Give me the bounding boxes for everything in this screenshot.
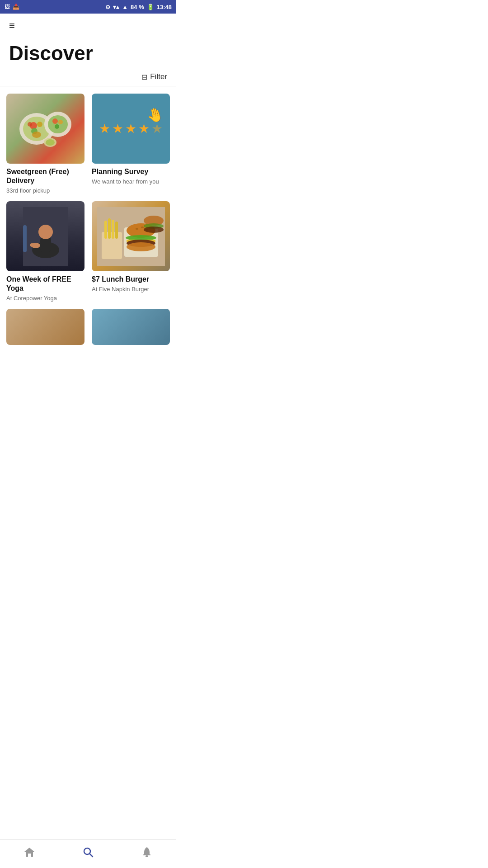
survey-image: ★ ★ ★ ★ ★ 🤚 bbox=[92, 94, 170, 164]
card-subtitle-yoga: At Corepower Yoga bbox=[6, 295, 84, 302]
filter-button[interactable]: ⊟ Filter bbox=[141, 72, 167, 81]
star-1: ★ bbox=[99, 121, 110, 136]
page-title: Discover bbox=[9, 42, 167, 64]
page-title-section: Discover bbox=[0, 34, 176, 69]
svg-point-38 bbox=[144, 226, 164, 233]
menu-icon[interactable]: ≡ bbox=[9, 20, 15, 32]
filter-icon: ⊟ bbox=[141, 73, 147, 81]
svg-rect-23 bbox=[104, 221, 107, 239]
network-icon: ▲ bbox=[122, 4, 128, 10]
card-image-survey: ★ ★ ★ ★ ★ 🤚 bbox=[92, 94, 170, 164]
partial-row bbox=[0, 309, 176, 381]
card-title-burger: $7 Lunch Burger bbox=[92, 275, 170, 284]
salad-image bbox=[6, 94, 84, 164]
svg-rect-25 bbox=[112, 220, 114, 239]
minus-icon: ⊖ bbox=[105, 4, 110, 10]
burger-image bbox=[92, 201, 170, 271]
status-left: 🖼 📥 bbox=[5, 4, 19, 10]
card-image-burger bbox=[92, 201, 170, 271]
card-burger[interactable]: $7 Lunch Burger At Five Napkin Burger bbox=[92, 201, 170, 302]
battery-icon: 🔋 bbox=[147, 4, 154, 10]
svg-point-29 bbox=[136, 228, 138, 230]
svg-point-11 bbox=[55, 124, 59, 129]
svg-point-30 bbox=[141, 226, 144, 228]
header: ≡ bbox=[0, 14, 176, 34]
star-3: ★ bbox=[125, 121, 136, 136]
svg-point-5 bbox=[28, 122, 32, 127]
card-subtitle-survey: We want to hear from you bbox=[92, 178, 170, 185]
star-2: ★ bbox=[112, 121, 123, 136]
yoga-image bbox=[6, 201, 84, 271]
card-image-sweetgreen bbox=[6, 94, 84, 164]
svg-point-9 bbox=[52, 118, 58, 124]
svg-point-17 bbox=[38, 225, 53, 239]
wifi-icon: ▾▴ bbox=[113, 4, 119, 10]
card-title-sweetgreen: Sweetgreen (Free) Delivery bbox=[6, 167, 84, 185]
battery-text: 84 % bbox=[131, 4, 144, 10]
download-icon: 📥 bbox=[13, 4, 19, 10]
filter-label: Filter bbox=[150, 72, 167, 81]
partial-card-right bbox=[92, 309, 170, 345]
photo-icon: 🖼 bbox=[5, 4, 10, 10]
svg-point-10 bbox=[58, 120, 63, 124]
card-title-yoga: One Week of FREE Yoga bbox=[6, 275, 84, 293]
card-subtitle-burger: At Five Napkin Burger bbox=[92, 286, 170, 292]
card-image-yoga bbox=[6, 201, 84, 271]
card-planning-survey[interactable]: ★ ★ ★ ★ ★ 🤚 Planning Survey We want to h… bbox=[92, 94, 170, 194]
clock: 13:48 bbox=[157, 4, 172, 10]
partial-card-left bbox=[6, 309, 84, 345]
star-4: ★ bbox=[138, 121, 150, 136]
status-bar: 🖼 📥 ⊖ ▾▴ ▲ 84 % 🔋 13:48 bbox=[0, 0, 176, 14]
card-subtitle-sweetgreen: 33rd floor pickup bbox=[6, 187, 84, 194]
svg-point-3 bbox=[37, 122, 42, 127]
card-yoga[interactable]: One Week of FREE Yoga At Corepower Yoga bbox=[6, 201, 84, 302]
svg-point-19 bbox=[30, 243, 34, 247]
status-right: ⊖ ▾▴ ▲ 84 % 🔋 13:48 bbox=[105, 4, 172, 10]
svg-point-8 bbox=[48, 115, 68, 133]
filter-row: ⊟ Filter bbox=[0, 69, 176, 86]
svg-point-6 bbox=[32, 132, 41, 138]
card-sweetgreen[interactable]: Sweetgreen (Free) Delivery 33rd floor pi… bbox=[6, 94, 84, 194]
card-grid: Sweetgreen (Free) Delivery 33rd floor pi… bbox=[0, 86, 176, 309]
svg-rect-20 bbox=[23, 225, 27, 252]
svg-rect-26 bbox=[115, 222, 118, 239]
card-title-survey: Planning Survey bbox=[92, 167, 170, 176]
svg-rect-24 bbox=[108, 218, 111, 239]
svg-point-35 bbox=[127, 242, 155, 251]
svg-point-13 bbox=[46, 139, 55, 146]
